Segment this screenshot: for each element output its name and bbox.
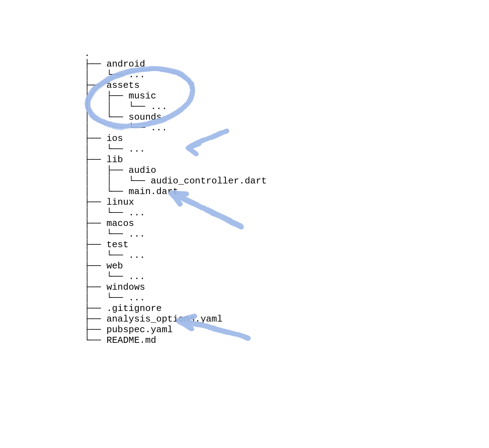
directory-tree: . ├── android │ └── ... ├── assets │ ├──… (84, 48, 267, 346)
diagram-canvas: . ├── android │ └── ... ├── assets │ ├──… (0, 0, 489, 448)
